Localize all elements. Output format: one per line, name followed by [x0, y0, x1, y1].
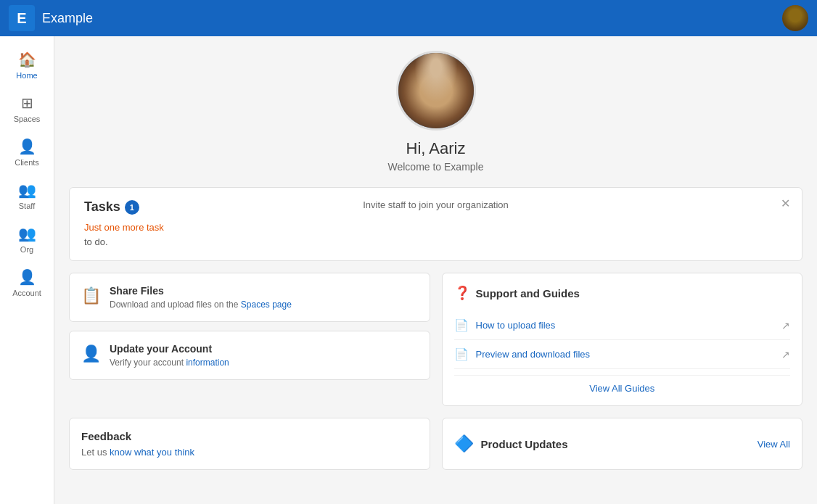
share-files-desc: Download and upload files on the Spaces … [110, 299, 292, 310]
sidebar-item-label: Org [20, 245, 33, 254]
feedback-text: Let us know what you think [81, 447, 418, 458]
update-account-card[interactable]: 👤 Update your Account Verify your accoun… [69, 331, 430, 380]
profile-section: Hi, Aariz Welcome to Example [69, 51, 802, 173]
feedback-card: Feedback Let us know what you think [69, 418, 430, 470]
support-card: ❓ Support and Guides 📄 How to upload fil… [442, 273, 803, 406]
share-files-card[interactable]: 📋 Share Files Download and upload files … [69, 273, 430, 322]
app-header: E Example [0, 0, 817, 36]
profile-avatar [396, 51, 476, 131]
feedback-link[interactable]: know what you think [110, 447, 194, 458]
sidebar-item-label: Clients [15, 158, 39, 167]
sidebar-item-clients[interactable]: 👤 Clients [0, 131, 54, 174]
question-icon: ❓ [454, 285, 470, 301]
update-account-desc: Verify your account information [110, 358, 229, 368]
task-items-col: 📋 Share Files Download and upload files … [69, 273, 430, 406]
bottom-two-col: Feedback Let us know what you think 🔷 Pr… [69, 418, 802, 470]
guide-doc-icon-2: 📄 [454, 347, 469, 361]
org-icon: 👥 [18, 225, 36, 242]
support-title: Support and Guides [476, 287, 580, 299]
tasks-title: Tasks [84, 199, 120, 215]
sidebar-item-home[interactable]: 🏠 Home [0, 44, 54, 87]
app-title: Example [42, 11, 782, 26]
external-link-icon-1: ↗ [781, 320, 790, 331]
product-updates-icon: 🔷 [454, 434, 474, 453]
sidebar-item-label: Account [12, 289, 41, 297]
sidebar-item-label: Staff [19, 202, 35, 210]
sidebar-item-label: Spaces [14, 115, 41, 123]
share-files-info: Share Files Download and upload files on… [110, 285, 292, 310]
close-button[interactable]: ✕ [781, 197, 790, 210]
sidebar-item-spaces[interactable]: ⊞ Spaces [0, 87, 54, 131]
update-account-title: Update your Account [110, 343, 229, 355]
guide-item-upload[interactable]: 📄 How to upload files ↗ [454, 311, 791, 340]
guide-doc-icon-1: 📄 [454, 318, 469, 332]
view-all-updates-button[interactable]: View All [758, 439, 790, 450]
guide-text-download: Preview and download files [476, 349, 775, 360]
product-updates-title: Product Updates [481, 438, 750, 450]
guide-text-upload: How to upload files [476, 320, 775, 331]
share-files-title: Share Files [110, 285, 292, 297]
app-logo: E [9, 5, 35, 31]
profile-subtitle: Welcome to Example [387, 161, 483, 173]
tasks-desc-line2: to do. [84, 236, 108, 247]
account-info-link[interactable]: information [186, 358, 229, 368]
clients-icon: 👤 [18, 138, 36, 155]
sidebar-item-org[interactable]: 👥 Org [0, 218, 54, 261]
support-header: ❓ Support and Guides [454, 285, 791, 301]
sidebar-item-staff[interactable]: 👥 Staff [0, 174, 54, 218]
update-account-icon: 👤 [81, 344, 101, 363]
avatar-image [782, 5, 808, 31]
feedback-title: Feedback [81, 430, 418, 442]
profile-avatar-image [398, 53, 474, 128]
spaces-link[interactable]: Spaces page [241, 299, 292, 310]
main-content: Hi, Aariz Welcome to Example Invite staf… [54, 36, 817, 504]
profile-greeting: Hi, Aariz [406, 139, 466, 158]
sidebar: 🏠 Home ⊞ Spaces 👤 Clients 👥 Staff 👥 Org … [0, 36, 54, 504]
header-user-avatar[interactable] [782, 5, 808, 31]
staff-icon: 👥 [18, 181, 36, 199]
update-account-info: Update your Account Verify your account … [110, 343, 229, 368]
spaces-icon: ⊞ [21, 94, 33, 112]
tasks-description: Just one more task to do. [84, 220, 787, 249]
invite-banner[interactable]: Invite staff to join your organization [363, 199, 509, 210]
view-all-guides-button[interactable]: View All Guides [454, 375, 791, 394]
sidebar-item-account[interactable]: 👤 Account [0, 261, 54, 305]
tasks-desc-line1: Just one more task [84, 222, 164, 233]
account-icon: 👤 [18, 268, 36, 286]
product-updates-card: 🔷 Product Updates View All [442, 418, 803, 470]
two-col-section: 📋 Share Files Download and upload files … [69, 273, 802, 406]
share-files-icon: 📋 [81, 286, 101, 305]
external-link-icon-2: ↗ [781, 349, 790, 360]
tasks-badge: 1 [125, 200, 139, 215]
guide-item-download[interactable]: 📄 Preview and download files ↗ [454, 340, 791, 369]
home-icon: 🏠 [18, 51, 36, 68]
sidebar-item-label: Home [16, 71, 37, 80]
tasks-card: Invite staff to join your organization ✕… [69, 187, 802, 261]
